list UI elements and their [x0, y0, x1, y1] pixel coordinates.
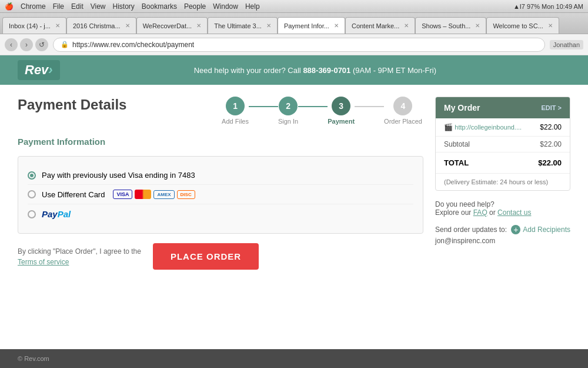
tab-close-icon[interactable]: ✕ [55, 22, 60, 29]
page-header-row: Payment Details 1 Add Files 2 Sign In 3 [18, 97, 423, 125]
tab-label: Payment Infor... [284, 22, 329, 29]
mastercard-logo [135, 190, 151, 199]
payment-option-different[interactable]: Use Different Card VISA AMEX DISC [28, 185, 413, 204]
apple-menu[interactable]: 🍎 [5, 2, 14, 11]
subtotal-row: Subtotal $22.00 [436, 137, 570, 152]
my-order-box: My Order EDIT > 🎬 http://collegeinbound.… [435, 97, 570, 191]
header-help-message: Need help with your order? Call 888-369-… [60, 66, 570, 75]
order-item-row: 🎬 http://collegeinbound.... $22.00 [436, 118, 570, 137]
total-label: TOTAL [444, 158, 469, 167]
tab-label: Inbox (14) - j... [9, 22, 51, 29]
step-2: 2 Sign In [278, 97, 298, 125]
tab-label: The Ultimate 3... [214, 22, 262, 29]
radio-paypal[interactable] [28, 210, 36, 218]
subtotal-price: $22.00 [540, 140, 562, 148]
terms-text: By clicking "Place Order", I agree to th… [18, 246, 141, 267]
tab-close-icon[interactable]: ✕ [125, 22, 130, 29]
tab-close-icon[interactable]: ✕ [475, 22, 480, 29]
tab-label: Shows – South... [422, 22, 470, 29]
paypal-logo: PayPal [42, 209, 71, 219]
order-item-info: 🎬 http://collegeinbound.... [444, 123, 522, 131]
back-button[interactable]: ‹ [5, 38, 18, 51]
payment-existing-label: Pay with previously used Visa ending in … [42, 171, 195, 180]
mac-os-bar: 🍎 Chrome File Edit View History Bookmark… [0, 0, 588, 13]
tab-label: Content Marke... [352, 22, 399, 29]
tab-label: WeRecoverDat... [143, 22, 192, 29]
tab-inbox[interactable]: Inbox (14) - j... ✕ [2, 17, 66, 34]
chrome-user-label[interactable]: Jonathan [550, 40, 583, 49]
radio-existing[interactable] [28, 171, 36, 180]
page-footer: © Rev.com [0, 349, 588, 368]
add-recipients-button[interactable]: + Add Recipients [511, 225, 570, 234]
tab-close-icon[interactable]: ✕ [404, 22, 409, 29]
help-links: Explore our FAQ or Contact us [435, 208, 570, 217]
step-circle-2: 2 [279, 97, 298, 115]
tab-ultimate[interactable]: The Ultimate 3... ✕ [208, 17, 278, 34]
tab-payment[interactable]: Payment Infor... ✕ [278, 17, 345, 34]
send-updates-section: Send order updates to: + Add Recipients … [435, 225, 570, 245]
tab-welcome[interactable]: Welcome to SC... ✕ [486, 17, 559, 34]
file-menu[interactable]: File [53, 2, 64, 11]
tab-shows[interactable]: Shows – South... ✕ [415, 17, 486, 34]
add-recipients-label: Add Recipients [523, 226, 570, 234]
refresh-button[interactable]: ↺ [35, 38, 48, 51]
discover-logo: DISC [177, 190, 195, 199]
tab-close-icon[interactable]: ✕ [196, 22, 201, 29]
bookmarks-menu[interactable]: Bookmarks [142, 2, 177, 11]
page-title: Payment Details [18, 97, 220, 113]
send-updates-label: Send order updates to: [435, 226, 507, 234]
step-label-1: Add Files [222, 118, 249, 125]
status-icons: ▲I7 97% Mon 10:49 AM [513, 3, 583, 10]
connector-3-4 [355, 106, 384, 107]
copyright-text: © Rev.com [18, 355, 49, 362]
tab-label: 2016 Christma... [73, 22, 121, 29]
delivery-estimate: (Delivery Estimate: 24 hours or less) [436, 174, 570, 190]
window-menu[interactable]: Window [213, 2, 238, 11]
left-panel: Payment Details 1 Add Files 2 Sign In 3 [18, 97, 423, 270]
tab-content[interactable]: Content Marke... ✕ [345, 17, 415, 34]
total-row: TOTAL $22.00 [436, 152, 570, 174]
terms-link[interactable]: Terms of service [18, 258, 69, 266]
faq-link[interactable]: FAQ [473, 208, 487, 217]
history-menu[interactable]: History [113, 2, 135, 11]
payment-option-paypal[interactable]: PayPal [28, 204, 413, 224]
step-4: 4 Order Placed [384, 97, 422, 125]
radio-different[interactable] [28, 190, 36, 198]
chrome-address-bar: ‹ › ↺ 🔒 https://www.rev.com/checkout/pay… [0, 34, 588, 55]
tab-close-icon[interactable]: ✕ [548, 22, 553, 29]
people-menu[interactable]: People [184, 2, 206, 11]
step-circle-3: 3 [332, 97, 350, 115]
order-item-icon: 🎬 [444, 123, 453, 131]
step-label-3: Payment [328, 118, 355, 125]
tab-werecover[interactable]: WeRecoverDat... ✕ [136, 17, 208, 34]
step-3: 3 Payment [328, 97, 355, 125]
card-logos: VISA AMEX DISC [113, 190, 195, 199]
forward-button[interactable]: › [20, 38, 33, 51]
payment-option-existing[interactable]: Pay with previously used Visa ending in … [28, 166, 413, 185]
help-menu[interactable]: Help [245, 2, 260, 11]
tab-close-icon[interactable]: ✕ [266, 22, 271, 29]
view-menu[interactable]: View [91, 2, 106, 11]
page-title-col: Payment Details [18, 97, 220, 125]
tab-close-icon[interactable]: ✕ [334, 22, 339, 29]
edit-menu[interactable]: Edit [71, 2, 83, 11]
my-order-title: My Order [444, 103, 480, 112]
visa-logo: VISA [113, 190, 132, 199]
payment-section-title: Payment Information [18, 137, 423, 147]
right-panel: My Order EDIT > 🎬 http://collegeinbound.… [435, 97, 570, 270]
tab-christmas[interactable]: 2016 Christma... ✕ [66, 17, 136, 34]
rev-logo[interactable]: Rev› [18, 60, 60, 80]
address-input[interactable]: 🔒 https://www.rev.com/checkout/payment [53, 38, 545, 52]
step-circle-1: 1 [226, 97, 245, 115]
step-label-4: Order Placed [384, 118, 422, 125]
site-header: Rev› Need help with your order? Call 888… [0, 55, 588, 85]
url-text: https://www.rev.com/checkout/payment [72, 41, 194, 49]
order-item-link[interactable]: http://collegeinbound.... [455, 124, 522, 131]
send-updates-row: Send order updates to: + Add Recipients [435, 225, 570, 234]
edit-order-button[interactable]: EDIT > [541, 104, 562, 111]
contact-link[interactable]: Contact us [497, 208, 531, 217]
place-order-button[interactable]: PLACE ORDER [153, 243, 259, 270]
my-order-header: My Order EDIT > [436, 97, 570, 118]
step-circle-4: 4 [393, 97, 412, 115]
help-text: Do you need help? [435, 200, 570, 208]
